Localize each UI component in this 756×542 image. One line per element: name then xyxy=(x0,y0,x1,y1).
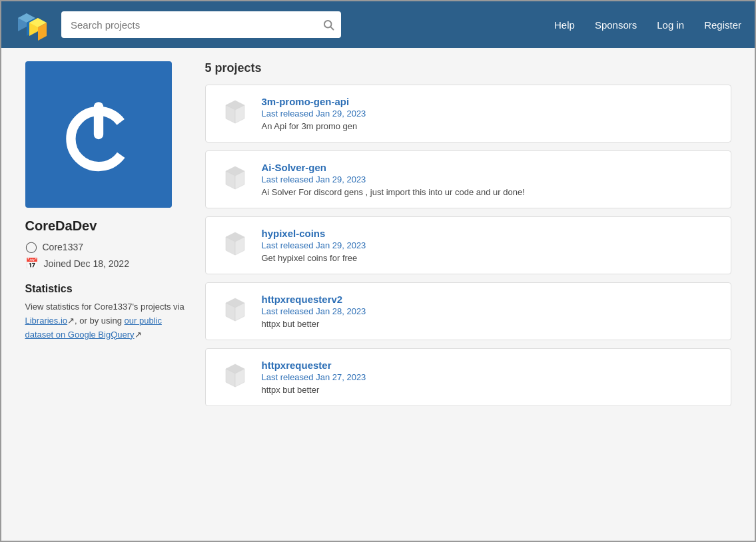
search-icon xyxy=(322,19,334,31)
person-icon: ◯ xyxy=(25,240,37,253)
username-label: Core1337 xyxy=(43,242,84,252)
package-icon xyxy=(220,361,250,390)
project-date: Last released Jan 27, 2023 xyxy=(262,372,717,382)
project-title[interactable]: hypixel-coins xyxy=(262,228,717,239)
logo-icon xyxy=(15,8,48,41)
search-bar-wrapper xyxy=(61,11,341,38)
joined-label: Joined Dec 18, 2022 xyxy=(44,258,129,269)
calendar-icon: 📅 xyxy=(25,257,39,270)
project-info: httpxrequesterv2 Last released Jan 28, 2… xyxy=(262,294,717,329)
logo[interactable] xyxy=(15,8,48,41)
help-link[interactable]: Help xyxy=(554,19,575,31)
project-date: Last released Jan 28, 2023 xyxy=(262,306,717,316)
libraries-io-link[interactable]: Libraries.io xyxy=(25,316,68,326)
user-display-name: CoreDaDev xyxy=(25,218,185,234)
package-icon xyxy=(220,229,250,258)
register-link[interactable]: Register xyxy=(704,19,741,31)
sponsors-link[interactable]: Sponsors xyxy=(595,19,637,31)
user-avatar xyxy=(25,61,172,208)
stats-text: View statistics for Core1337's projects … xyxy=(25,300,185,342)
project-description: An Api for 3m promo gen xyxy=(262,121,717,131)
search-input[interactable] xyxy=(61,11,341,38)
project-title[interactable]: 3m-promo-gen-api xyxy=(262,96,717,107)
project-info: 3m-promo-gen-api Last released Jan 29, 2… xyxy=(262,96,717,131)
login-link[interactable]: Log in xyxy=(657,19,684,31)
package-icon xyxy=(220,295,250,324)
project-date: Last released Jan 29, 2023 xyxy=(262,240,717,250)
package-icon xyxy=(220,97,250,127)
main-header: Help Sponsors Log in Register xyxy=(1,1,755,48)
projects-count: 5 projects xyxy=(205,61,731,75)
project-card: httpxrequester Last released Jan 27, 202… xyxy=(205,348,731,406)
project-info: hypixel-coins Last released Jan 29, 2023… xyxy=(262,228,717,263)
project-title[interactable]: Ai-Solver-gen xyxy=(262,162,717,173)
statistics-title: Statistics xyxy=(25,283,185,295)
project-card: Ai-Solver-gen Last released Jan 29, 2023… xyxy=(205,150,731,208)
project-date: Last released Jan 29, 2023 xyxy=(262,174,717,184)
package-icon xyxy=(220,163,250,192)
projects-list: 3m-promo-gen-api Last released Jan 29, 2… xyxy=(205,85,731,406)
project-description: httpx but better xyxy=(262,319,717,329)
project-date: Last released Jan 29, 2023 xyxy=(262,109,717,119)
stats-middle: , or by using xyxy=(75,316,124,326)
joined-item: 📅 Joined Dec 18, 2022 xyxy=(25,257,185,270)
project-card: hypixel-coins Last released Jan 29, 2023… xyxy=(205,216,731,274)
project-description: Get hypixel coins for free xyxy=(262,253,717,263)
stats-before: View statistics for Core1337's projects … xyxy=(25,302,185,312)
project-thumb xyxy=(219,294,251,326)
project-info: Ai-Solver-gen Last released Jan 29, 2023… xyxy=(262,162,717,197)
project-description: Ai Solver For discord gens , just import… xyxy=(262,187,717,197)
project-thumb xyxy=(219,96,251,128)
project-thumb xyxy=(219,228,251,260)
content-area: 5 projects 3m-promo-gen-api Last release… xyxy=(205,61,731,414)
project-thumb xyxy=(219,162,251,194)
sidebar: CoreDaDev ◯ Core1337 📅 Joined Dec 18, 20… xyxy=(25,61,185,414)
header-nav: Help Sponsors Log in Register xyxy=(554,19,741,31)
search-button[interactable] xyxy=(322,19,334,31)
project-thumb xyxy=(219,360,251,392)
project-info: httpxrequester Last released Jan 27, 202… xyxy=(262,360,717,395)
project-title[interactable]: httpxrequester xyxy=(262,360,717,371)
main-container: CoreDaDev ◯ Core1337 📅 Joined Dec 18, 20… xyxy=(12,48,745,427)
power-icon xyxy=(55,91,142,178)
username-item: ◯ Core1337 xyxy=(25,240,185,253)
project-description: httpx but better xyxy=(262,385,717,395)
svg-line-8 xyxy=(330,27,333,29)
project-title[interactable]: httpxrequesterv2 xyxy=(262,294,717,305)
project-card: 3m-promo-gen-api Last released Jan 29, 2… xyxy=(205,85,731,142)
project-card: httpxrequesterv2 Last released Jan 28, 2… xyxy=(205,282,731,340)
